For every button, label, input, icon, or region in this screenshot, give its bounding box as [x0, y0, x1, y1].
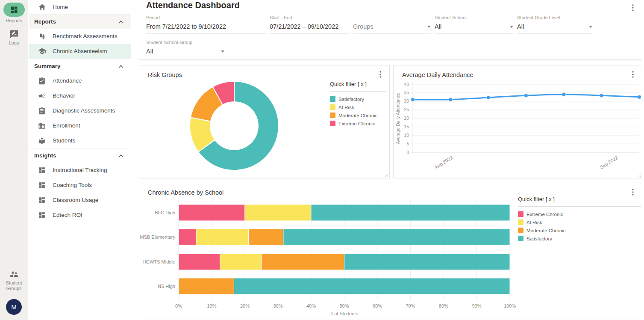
x-tick-label: 80%: [439, 303, 448, 308]
legend-item-at-risk[interactable]: At Risk: [330, 104, 386, 110]
bar-segment-satisfactory[interactable]: [234, 278, 510, 294]
period-label: Period: [146, 15, 266, 21]
bar-segment-at-risk[interactable]: [196, 229, 248, 245]
x-axis-title: # of Students: [330, 311, 358, 316]
period-input[interactable]: From 7/21/2022 to 9/10/2022: [146, 23, 266, 33]
dashboard-icon: [38, 211, 46, 219]
bar-segment-satisfactory[interactable]: [344, 254, 510, 270]
reader-icon: [38, 136, 46, 145]
legend-item-at-risk[interactable]: At Risk: [518, 219, 641, 225]
x-tick-label: 90%: [472, 303, 481, 308]
dropdown-arrow-icon: [510, 26, 513, 28]
bar-segment-satisfactory[interactable]: [311, 204, 510, 221]
page-title: Attendance Dashboard: [146, 0, 240, 10]
sidebar-item-benchmark-assessments[interactable]: Benchmark Assessments: [29, 29, 131, 44]
bar-segment-extreme-chronic[interactable]: [179, 204, 245, 221]
x-tick-label: 50%: [339, 303, 349, 308]
student-grade-level-field: Student Grade Level All: [517, 15, 592, 33]
legend-label: At Risk: [526, 220, 542, 225]
ada-data-point[interactable]: [638, 95, 641, 99]
student-grade-level-select[interactable]: All: [517, 23, 592, 33]
quick-filter-toggle[interactable]: Quick filter [ x ]: [518, 196, 641, 206]
legend-item-extreme-chronic[interactable]: Extreme Chronic: [330, 121, 386, 126]
y-tick-label: 40: [404, 82, 409, 87]
sidebar-item-chronic-absenteeism[interactable]: Chronic Absenteeism: [29, 44, 131, 59]
sidebar-section-summary[interactable]: Summary: [29, 59, 131, 73]
legend-swatch: [518, 219, 523, 225]
y-tick-label: 5: [406, 141, 409, 146]
ada-data-point[interactable]: [487, 96, 490, 99]
sidebar-item-classroom-usage[interactable]: Classroom Usage: [29, 193, 131, 207]
chevron-up-icon: [118, 152, 124, 159]
quick-filter-toggle[interactable]: Quick filter [ x ]: [330, 81, 386, 91]
start-end-input[interactable]: 07/21/2022 – 09/10/2022: [270, 23, 349, 33]
home-icon: [38, 3, 46, 11]
legend-item-extreme-chronic[interactable]: Extreme Chronic: [518, 211, 641, 217]
left-rail: Reports Logs Student Groups M: [0, 0, 28, 320]
graduation-cap-icon: [38, 47, 46, 56]
sidebar-item-label: Classroom Usage: [53, 197, 98, 203]
dropdown-arrow-icon: [221, 50, 224, 53]
x-tick-label: 0%: [175, 303, 182, 308]
bar-segment-moderate-chronic[interactable]: [249, 229, 283, 245]
legend-label: Extreme Chronic: [338, 121, 375, 126]
rail-item-student-groups[interactable]: Student Groups: [0, 267, 28, 295]
clipboard-check-icon: [38, 77, 46, 85]
sidebar-item-attendance[interactable]: Attendance: [29, 73, 131, 88]
rail-logs-label: Logs: [9, 40, 19, 46]
legend-item-satisfactory[interactable]: Satisfactory: [330, 96, 386, 102]
sidebar-item-home[interactable]: Home: [29, 0, 131, 14]
sidebar-item-label: Students: [53, 137, 75, 144]
legend-label: Moderate Chronic: [526, 228, 565, 233]
sidebar-item-diagnostic-assessments[interactable]: Diagnostic Assessments: [29, 103, 131, 118]
sidebar-item-enrollment[interactable]: Enrollment: [29, 118, 131, 133]
legend-item-satisfactory[interactable]: Satisfactory: [518, 236, 641, 241]
bar-segment-extreme-chronic[interactable]: [179, 254, 220, 270]
legend-label: At Risk: [338, 105, 354, 110]
x-tick-label: 20%: [240, 303, 250, 308]
sidebar-item-edtech-roi[interactable]: Edtech ROI: [29, 207, 131, 222]
legend-item-moderate-chronic[interactable]: Moderate Chronic: [330, 113, 386, 118]
sidebar-item-students[interactable]: Students: [29, 133, 131, 148]
sidebar-item-coaching-tools[interactable]: Coaching Tools: [29, 178, 131, 193]
ada-data-point[interactable]: [600, 94, 603, 97]
sidebar-section-insights[interactable]: Insights: [29, 148, 131, 163]
student-school-select[interactable]: All: [435, 23, 513, 33]
bar-segment-satisfactory[interactable]: [283, 229, 510, 245]
rail-item-logs[interactable]: Logs: [0, 27, 28, 49]
groups-select[interactable]: Groups: [353, 23, 431, 33]
sidebar-item-instructional-tracking[interactable]: Instructional Tracking: [29, 163, 131, 178]
ada-data-point[interactable]: [449, 98, 452, 101]
student-school-group-select[interactable]: All: [146, 48, 224, 58]
sidebar-item-label: Enrollment: [53, 122, 80, 129]
start-end-label: Start - End: [270, 15, 349, 21]
sidebar-section-reports[interactable]: Reports: [29, 14, 131, 29]
bar-segment-moderate-chronic[interactable]: [179, 278, 234, 294]
bar-segment-extreme-chronic[interactable]: [179, 229, 196, 245]
legend-swatch: [518, 211, 523, 217]
user-avatar[interactable]: M: [6, 299, 22, 315]
bar-segment-moderate-chronic[interactable]: [262, 254, 344, 270]
y-tick-label: 15: [404, 124, 409, 129]
clipboard-list-icon: [38, 107, 46, 115]
ada-data-point[interactable]: [411, 98, 415, 101]
legend-label: Satisfactory: [526, 236, 552, 241]
groups-field: Groups: [353, 15, 431, 33]
ada-data-point[interactable]: [562, 93, 565, 96]
legend-swatch: [518, 228, 523, 233]
bar-segment-at-risk[interactable]: [220, 254, 262, 270]
chevron-up-icon: [118, 18, 124, 25]
y-tick-label: 0: [406, 150, 409, 155]
ada-data-point[interactable]: [524, 94, 528, 97]
bar-segment-at-risk[interactable]: [245, 204, 311, 221]
page-kebab-menu[interactable]: [628, 3, 638, 12]
candlestick-icon: [38, 32, 46, 41]
rail-item-reports[interactable]: Reports: [0, 0, 28, 27]
legend-swatch: [330, 96, 335, 102]
legend-item-moderate-chronic[interactable]: Moderate Chronic: [518, 228, 641, 233]
risk-legend: Quick filter [ x ] SatisfactoryAt RiskMo…: [330, 81, 386, 129]
y-tick-label: 35: [404, 90, 409, 95]
app-root: Reports Logs Student Groups M Home: [0, 0, 644, 320]
sidebar-item-behavior[interactable]: Behavior: [29, 88, 131, 103]
section-label: Insights: [34, 152, 56, 159]
